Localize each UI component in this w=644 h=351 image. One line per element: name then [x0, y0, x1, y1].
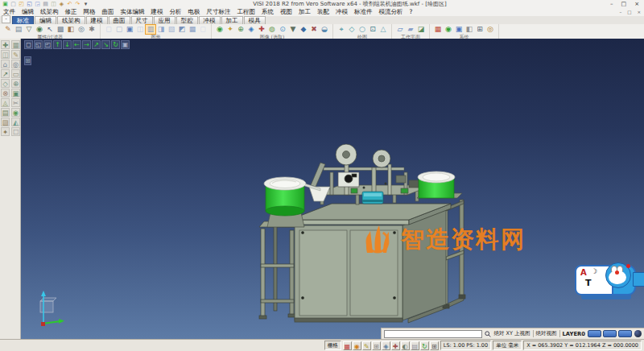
rotate-right-icon[interactable]: → [82, 40, 91, 49]
snap-grid-icon[interactable]: ▦ [343, 341, 352, 350]
boolean-sub-icon[interactable]: ⊗ [1, 89, 10, 97]
rotate-up-icon[interactable]: ↑ [53, 40, 62, 49]
move-icon[interactable]: ↗ [1, 69, 10, 78]
trim-icon[interactable]: ✂ [11, 98, 20, 107]
close-button[interactable]: × [634, 1, 639, 8]
layer-color-button-3[interactable] [618, 330, 632, 337]
ribbon-tab[interactable]: 应用 [154, 16, 175, 24]
settings-icon[interactable]: ✱ [87, 25, 97, 34]
snap-list-icon[interactable]: ▤ [411, 341, 419, 350]
shaded-icon[interactable]: ▣ [125, 25, 134, 34]
ok-icon[interactable]: ◉ [444, 25, 453, 34]
wireframe-icon[interactable]: ▢ [114, 25, 124, 34]
box-tool-icon[interactable]: ▭ [11, 69, 20, 78]
hatch-icon[interactable]: ▤ [1, 108, 10, 117]
menu-item[interactable]: 模流分析 [376, 8, 407, 16]
view-top-icon[interactable]: ◰ [43, 40, 52, 49]
dynamic-rotate-icon[interactable]: ◍ [267, 25, 277, 34]
ribbon-tab[interactable]: 冲模 [199, 16, 221, 24]
view-box-icon[interactable]: ▣ [121, 40, 130, 49]
circle-icon[interactable]: ○ [357, 25, 367, 34]
ribbon-tab[interactable]: 加工 [221, 16, 243, 24]
ribbon-tab[interactable]: 编辑 [35, 16, 56, 24]
diamond-tool-icon[interactable]: ◇ [1, 79, 10, 88]
snap-cross-icon[interactable]: ✚ [391, 341, 400, 350]
menu-item[interactable]: 系统 [258, 8, 277, 16]
ribbon-tab[interactable]: 线架构 [57, 16, 85, 24]
child-restore-button[interactable]: □ [627, 9, 631, 15]
menu-item[interactable]: 编辑 [19, 8, 37, 16]
ribbon-tab[interactable]: 型腔 [176, 16, 198, 24]
print-icon[interactable]: ▤ [42, 1, 49, 8]
current-layer-label[interactable]: LAYER0 [563, 331, 585, 337]
ribbon-tab[interactable]: 建模 [86, 16, 108, 24]
circle-tool-icon[interactable]: ◎ [11, 60, 20, 68]
grid-shade-icon[interactable]: ▦ [188, 25, 197, 34]
menu-item[interactable]: 尺寸标注 [204, 8, 234, 16]
cone-icon[interactable]: ◬ [1, 98, 10, 107]
ribbon-tab[interactable]: 尺寸 [131, 16, 153, 24]
layer-color-button-1[interactable] [588, 330, 601, 337]
zoom-prev-icon[interactable]: ✚ [257, 25, 266, 34]
save-all-icon[interactable]: ◲ [34, 1, 41, 8]
ribbon-tab[interactable]: 标准 [12, 16, 34, 24]
close-view-icon[interactable]: ✖ [309, 25, 319, 34]
snap-center-icon[interactable]: ◉ [353, 341, 361, 350]
pan-icon[interactable]: ◈ [246, 25, 256, 34]
menu-item[interactable]: 冲模 [332, 8, 351, 16]
blank-view-icon[interactable]: ◻ [198, 25, 208, 34]
save-icon[interactable]: ◱ [26, 1, 33, 8]
snap-half-icon[interactable]: ◐ [401, 341, 410, 350]
halfshade-icon[interactable]: ◨ [156, 25, 166, 34]
open-file-icon[interactable]: ◰ [18, 1, 25, 8]
layer-color-button-2[interactable] [603, 330, 617, 337]
menu-item[interactable]: 标准件 [351, 8, 376, 16]
filter-icon[interactable]: ▽ [24, 25, 34, 34]
snap-quad-icon[interactable]: ⊞ [372, 341, 381, 350]
ribbon-tab[interactable]: 模具 [244, 16, 266, 24]
menu-item[interactable]: 实体编辑 [118, 8, 148, 16]
rotate-down-icon[interactable]: ↓ [63, 40, 72, 49]
ghost-icon[interactable]: ▧ [167, 25, 176, 34]
zoom-window-icon[interactable]: ✦ [225, 25, 235, 34]
rotate-left-icon[interactable]: ← [72, 40, 81, 49]
new-file-icon[interactable]: ▢ [10, 1, 17, 8]
qat-dropdown-icon[interactable]: ▾ [82, 1, 89, 8]
hidden-line-icon[interactable]: ◫ [135, 25, 145, 34]
menu-item[interactable]: 装配 [314, 8, 332, 16]
copy-entity-icon[interactable]: ◫ [1, 50, 10, 59]
ribbon-tab[interactable]: 曲面 [109, 16, 130, 24]
shade-off-icon[interactable]: ◻ [104, 25, 114, 34]
menu-item[interactable]: 电极 [185, 8, 204, 16]
maximize-button[interactable]: □ [621, 1, 627, 8]
prism-icon[interactable]: ◭ [11, 118, 20, 126]
minimize-button[interactable]: – [610, 1, 613, 8]
menu-item[interactable]: 分析 [167, 8, 185, 16]
child-close-button[interactable]: × [637, 9, 641, 15]
spin-view-icon[interactable]: ↻ [111, 40, 120, 49]
units-label[interactable]: 单位 毫米 [493, 341, 522, 350]
undo-icon[interactable]: ↶ [66, 1, 73, 8]
mesh-icon[interactable]: ▦ [11, 40, 20, 49]
table-icon[interactable]: ⊞ [475, 25, 485, 34]
redo-icon[interactable]: ↷ [74, 1, 81, 8]
menu-item[interactable]: ? [407, 8, 416, 16]
rotate-se-icon[interactable]: ↘ [101, 40, 110, 49]
blank-icon[interactable]: ☐ [11, 127, 20, 136]
refresh-icon[interactable]: ↻ [420, 341, 429, 350]
absolute-view-label[interactable]: 绝对视图 [536, 330, 557, 337]
menu-item[interactable]: 网格 [80, 8, 99, 16]
home-view-icon[interactable]: ⌂ [1, 60, 10, 68]
spark-icon[interactable]: ✦ [1, 127, 10, 136]
info-icon[interactable]: ◎ [485, 25, 495, 34]
polyline-icon[interactable]: ◇ [347, 25, 357, 34]
select-arrow-icon[interactable]: ↖ [45, 25, 55, 34]
3d-viewport[interactable]: ◻◱◰↑↓←→↗↘↻▣ ⊞ [21, 39, 644, 339]
render-sphere-icon[interactable] [634, 330, 642, 337]
sketch-icon[interactable]: ✎ [11, 50, 20, 59]
workplane-3pt-icon[interactable]: ◪ [416, 25, 426, 34]
solid-icon[interactable]: ▣ [11, 89, 20, 97]
boolean-add-icon[interactable]: ⊕ [11, 79, 20, 88]
menu-item[interactable]: 线架构 [37, 8, 62, 16]
sys-settings-icon[interactable]: ▣ [454, 25, 464, 34]
